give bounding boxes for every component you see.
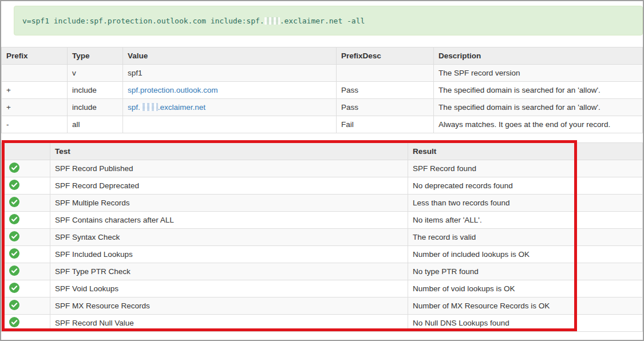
spf-record-text-before: v=spf1 include:spf.protection.outlook.co… xyxy=(22,17,264,25)
domain-link-redacted[interactable]: spf..exclaimer.net xyxy=(128,103,206,112)
cell-test: SPF Record Published xyxy=(50,160,408,177)
cell-type: all xyxy=(68,116,123,133)
test-row: SPF Record Null Value No Null DNS Lookup… xyxy=(2,315,643,332)
redacted-text xyxy=(264,17,280,25)
column-header-value: Value xyxy=(123,47,337,65)
cell-status xyxy=(2,263,50,280)
cell-result: No type PTR found xyxy=(408,263,643,280)
redacted-text xyxy=(140,103,158,111)
spf-test-results-table: Test Result SPF Record Published SPF Rec… xyxy=(1,142,643,332)
domain-link[interactable]: spf.protection.outlook.com xyxy=(128,86,218,94)
success-check-icon xyxy=(9,317,19,327)
cell-prefix: + xyxy=(2,82,68,99)
test-row: SPF Record Published SPF Record found xyxy=(2,160,643,177)
success-check-icon xyxy=(9,248,19,259)
test-row: SPF Record Deprecated No deprecated reco… xyxy=(2,177,643,195)
cell-test: SPF Void Lookups xyxy=(50,280,408,298)
cell-status xyxy=(2,160,50,177)
cell-prefixdesc: Pass xyxy=(337,99,434,116)
cell-status xyxy=(2,298,50,315)
column-header-type: Type xyxy=(68,47,123,65)
cell-test: SPF Included Lookups xyxy=(50,246,408,263)
cell-test: SPF Record Null Value xyxy=(50,315,408,332)
cell-test: SPF MX Resource Records xyxy=(50,298,408,315)
cell-result: SPF Record found xyxy=(408,160,643,177)
success-check-icon xyxy=(9,214,19,224)
cell-test: SPF Type PTR Check xyxy=(50,263,408,280)
cell-result: No items after 'ALL'. xyxy=(408,212,643,229)
domain-link-text-before: spf. xyxy=(128,103,140,112)
cell-status xyxy=(2,315,50,332)
cell-prefix xyxy=(2,65,68,82)
cell-status xyxy=(2,280,50,298)
success-check-icon xyxy=(9,197,19,207)
record-row: + include spf..exclaimer.net Pass The sp… xyxy=(2,99,643,116)
cell-result: Number of included lookups is OK xyxy=(408,246,643,263)
cell-description: The specified domain is searched for an … xyxy=(434,82,643,99)
success-check-icon xyxy=(9,283,19,293)
cell-prefix: + xyxy=(2,99,68,116)
cell-prefixdesc xyxy=(337,65,434,82)
cell-prefix: - xyxy=(2,116,68,133)
cell-test: SPF Multiple Records xyxy=(50,195,408,212)
cell-test: SPF Syntax Check xyxy=(50,229,408,246)
cell-description: The SPF record version xyxy=(434,65,643,82)
cell-test: SPF Contains characters after ALL xyxy=(50,212,408,229)
test-row: SPF Included Lookups Number of included … xyxy=(2,246,643,263)
cell-status xyxy=(2,177,50,195)
cell-status xyxy=(2,195,50,212)
cell-status xyxy=(2,246,50,263)
cell-result: No Null DNS Lookups found xyxy=(408,315,643,332)
domain-link-text-after: .exclaimer.net xyxy=(158,103,206,112)
column-header-description: Description xyxy=(434,47,643,65)
cell-value xyxy=(123,116,337,133)
success-check-icon xyxy=(9,231,19,241)
cell-value: spf1 xyxy=(123,65,337,82)
cell-prefixdesc: Fail xyxy=(337,116,434,133)
spf-results-window: v=spf1 include:spf.protection.outlook.co… xyxy=(0,0,644,341)
cell-description: Always matches. It goes at the end of yo… xyxy=(434,116,643,133)
record-table-header-row: Prefix Type Value PrefixDesc Description xyxy=(2,47,643,65)
cell-status xyxy=(2,229,50,246)
cell-type: v xyxy=(68,65,123,82)
cell-type: include xyxy=(68,82,123,99)
cell-type: include xyxy=(68,99,123,116)
column-header-result: Result xyxy=(408,143,643,160)
cell-result: Less than two records found xyxy=(408,195,643,212)
cell-prefixdesc: Pass xyxy=(337,82,434,99)
cell-value: spf.protection.outlook.com xyxy=(123,82,337,99)
cell-value: spf..exclaimer.net xyxy=(123,99,337,116)
record-row: + include spf.protection.outlook.com Pas… xyxy=(2,82,643,99)
cell-description: The specified domain is searched for an … xyxy=(434,99,643,116)
cell-status xyxy=(2,212,50,229)
column-header-test: Test xyxy=(50,143,408,160)
cell-result: No deprecated records found xyxy=(408,177,643,195)
success-check-icon xyxy=(9,180,19,190)
spf-record-text: v=spf1 include:spf.protection.outlook.co… xyxy=(22,17,365,25)
cell-result: Number of void lookups is OK xyxy=(408,280,643,298)
success-check-icon xyxy=(9,162,19,173)
success-check-icon xyxy=(9,265,19,276)
spf-record-code-box: v=spf1 include:spf.protection.outlook.co… xyxy=(14,6,643,35)
spf-record-breakdown-table: Prefix Type Value PrefixDesc Description… xyxy=(1,47,643,133)
spf-record-text-after: .exclaimer.net -all xyxy=(280,17,365,25)
column-header-prefixdesc: PrefixDesc xyxy=(337,47,434,65)
test-table-header-row: Test Result xyxy=(2,143,643,160)
test-row: SPF Contains characters after ALL No ite… xyxy=(2,212,643,229)
test-row: SPF Void Lookups Number of void lookups … xyxy=(2,280,643,298)
cell-result: The record is valid xyxy=(408,229,643,246)
cell-result: Number of MX Resource Records is OK xyxy=(408,298,643,315)
cell-test: SPF Record Deprecated xyxy=(50,177,408,195)
column-header-prefix: Prefix xyxy=(2,47,68,65)
test-row: SPF MX Resource Records Number of MX Res… xyxy=(2,298,643,315)
record-row: v spf1 The SPF record version xyxy=(2,65,643,82)
column-header-status xyxy=(2,143,50,160)
record-row: - all Fail Always matches. It goes at th… xyxy=(2,116,643,133)
test-row: SPF Syntax Check The record is valid xyxy=(2,229,643,246)
test-row: SPF Multiple Records Less than two recor… xyxy=(2,195,643,212)
success-check-icon xyxy=(9,300,19,310)
test-row: SPF Type PTR Check No type PTR found xyxy=(2,263,643,280)
